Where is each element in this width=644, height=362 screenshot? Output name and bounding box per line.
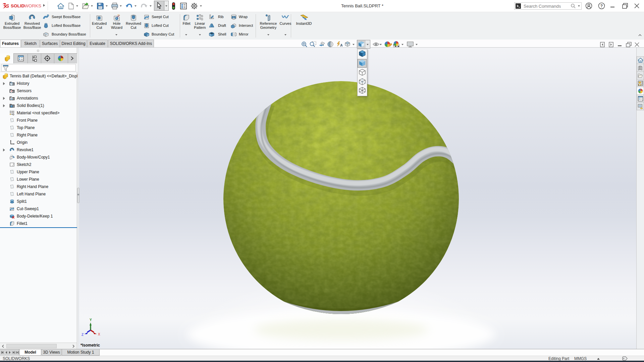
- svg-text:?: ?: [600, 4, 603, 8]
- svg-text:SOLID: SOLID: [11, 3, 25, 8]
- svg-text:X: X: [98, 333, 100, 336]
- svg-text:A: A: [340, 43, 342, 47]
- svg-text:WORKS: WORKS: [24, 3, 41, 8]
- svg-text:Y: Y: [90, 318, 92, 322]
- svg-text:S: S: [6, 3, 9, 9]
- svg-text:Z: Z: [82, 333, 84, 337]
